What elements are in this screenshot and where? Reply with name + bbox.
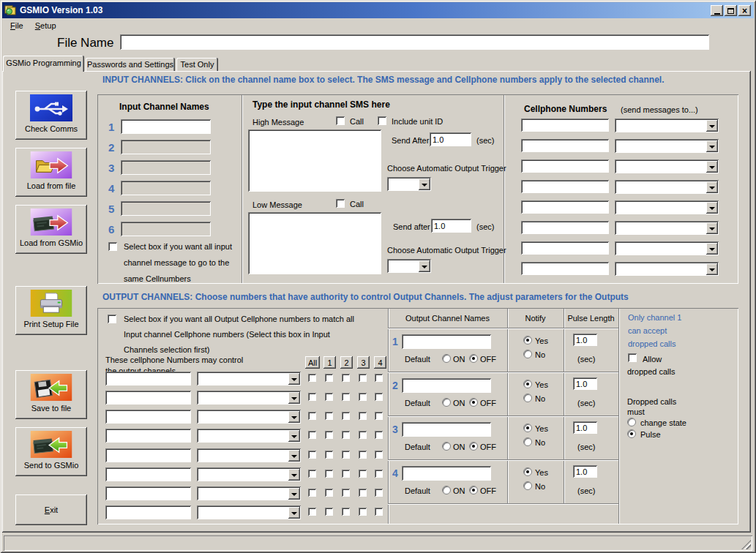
output-channel-3-name-input[interactable]	[402, 422, 492, 437]
input-channel-4-name-input[interactable]	[121, 181, 212, 196]
default-off-radio-1[interactable]	[469, 354, 478, 363]
cellphone-number-input-4[interactable]	[521, 180, 610, 194]
pulse-length-input-1[interactable]	[573, 334, 598, 347]
chevron-down-icon[interactable]	[288, 488, 300, 500]
change-state-radio[interactable]	[627, 418, 636, 426]
authority-checkbox-r1-c1[interactable]	[325, 374, 334, 383]
print-setup-file-button[interactable]: Print Setup File	[15, 286, 87, 335]
notify-yes-radio-4[interactable]	[523, 467, 532, 476]
authority-checkbox-r6-c2[interactable]	[342, 470, 351, 478]
authority-checkbox-r7-all[interactable]	[308, 489, 317, 497]
authority-checkbox-r6-all[interactable]	[308, 470, 317, 478]
exit-button[interactable]: Exit	[15, 494, 87, 525]
send-messages-to-select-3[interactable]	[615, 159, 719, 174]
control-number-input-5[interactable]	[105, 448, 192, 463]
authority-checkbox-r4-c4[interactable]	[375, 431, 383, 440]
send-to-gsmio-button[interactable]: Send to GSMio	[15, 427, 87, 476]
high-trigger-select[interactable]	[387, 177, 432, 192]
authority-checkbox-r8-c3[interactable]	[359, 508, 367, 516]
send-messages-to-select-6[interactable]	[615, 221, 719, 236]
authority-checkbox-r7-c1[interactable]	[325, 489, 334, 497]
low-message-textarea[interactable]	[248, 212, 382, 275]
authority-checkbox-r2-c1[interactable]	[325, 393, 334, 402]
output-channel-2-name-input[interactable]	[402, 378, 492, 394]
chevron-down-icon[interactable]	[419, 260, 430, 272]
authority-checkbox-r1-c3[interactable]	[359, 374, 367, 383]
notify-yes-radio-2[interactable]	[523, 380, 532, 388]
default-on-radio-3[interactable]	[442, 442, 451, 451]
allow-dropped-calls-checkbox[interactable]	[628, 353, 637, 363]
output-channel-1-name-input[interactable]	[402, 334, 492, 350]
include-unit-id-checkbox[interactable]	[378, 116, 387, 126]
chevron-down-icon[interactable]	[706, 120, 718, 132]
select-all-column-button[interactable]: All	[305, 356, 320, 369]
input-channel-3-name-input[interactable]	[121, 160, 212, 176]
control-number-input-3[interactable]	[105, 410, 192, 424]
authority-checkbox-r1-all[interactable]	[308, 374, 317, 383]
output-channel-4-name-input[interactable]	[402, 466, 492, 481]
cellphone-number-input-5[interactable]	[521, 200, 610, 214]
chevron-down-icon[interactable]	[288, 373, 300, 385]
notify-yes-radio-3[interactable]	[523, 424, 532, 432]
control-number-input-8[interactable]	[105, 505, 192, 520]
authority-checkbox-r8-c2[interactable]	[342, 508, 351, 516]
cellphone-number-input-2[interactable]	[521, 139, 610, 153]
chevron-down-icon[interactable]	[706, 222, 718, 234]
save-to-file-button[interactable]: Save to file	[15, 370, 87, 419]
minimize-button[interactable]	[711, 5, 723, 16]
pulse-length-input-3[interactable]	[573, 421, 598, 434]
control-number-input-4[interactable]	[105, 429, 192, 443]
chevron-down-icon[interactable]	[288, 392, 300, 404]
authority-checkbox-r3-c4[interactable]	[375, 412, 383, 421]
cellphone-number-input-1[interactable]	[521, 118, 610, 132]
pulse-radio[interactable]	[627, 429, 636, 438]
authority-checkbox-r5-c4[interactable]	[375, 451, 383, 459]
chevron-down-icon[interactable]	[706, 140, 718, 152]
chevron-down-icon[interactable]	[288, 507, 300, 519]
notify-no-radio-3[interactable]	[523, 437, 532, 446]
chevron-down-icon[interactable]	[706, 263, 718, 275]
notify-yes-radio-1[interactable]	[523, 336, 532, 345]
select-column-1-button[interactable]: 1	[323, 356, 336, 369]
control-number-input-1[interactable]	[105, 372, 192, 386]
pulse-length-input-2[interactable]	[573, 377, 598, 391]
send-messages-to-select-2[interactable]	[615, 139, 719, 154]
control-number-input-7[interactable]	[105, 486, 192, 501]
send-messages-to-select-4[interactable]	[615, 180, 719, 195]
chevron-down-icon[interactable]	[419, 178, 430, 190]
same-cellnumbers-checkbox[interactable]	[108, 242, 118, 252]
chevron-down-icon[interactable]	[706, 243, 718, 255]
cellphone-number-input-7[interactable]	[521, 241, 610, 255]
high-call-checkbox[interactable]	[336, 116, 345, 126]
low-trigger-select[interactable]	[387, 259, 432, 274]
authority-checkbox-r3-all[interactable]	[308, 412, 317, 421]
notify-no-radio-4[interactable]	[523, 481, 532, 490]
authority-checkbox-r3-c2[interactable]	[342, 412, 351, 421]
chevron-down-icon[interactable]	[706, 202, 718, 214]
resize-grip[interactable]	[741, 540, 751, 549]
control-number-select-6[interactable]	[197, 467, 302, 482]
authority-checkbox-r2-c3[interactable]	[359, 393, 367, 402]
chevron-down-icon[interactable]	[706, 161, 718, 173]
authority-checkbox-r7-c2[interactable]	[342, 489, 351, 497]
close-button[interactable]: ×	[738, 5, 751, 16]
pulse-length-input-4[interactable]	[573, 465, 598, 478]
control-number-input-6[interactable]	[105, 467, 192, 482]
maximize-button[interactable]	[725, 5, 737, 16]
authority-checkbox-r2-c4[interactable]	[375, 393, 383, 402]
file-name-input[interactable]	[120, 34, 710, 50]
control-number-select-4[interactable]	[197, 429, 302, 443]
high-message-textarea[interactable]	[248, 129, 382, 192]
authority-checkbox-r6-c4[interactable]	[375, 470, 383, 478]
send-messages-to-select-5[interactable]	[615, 200, 719, 215]
authority-checkbox-r4-c3[interactable]	[359, 431, 367, 440]
select-column-3-button[interactable]: 3	[357, 356, 370, 369]
authority-checkbox-r8-c4[interactable]	[375, 508, 383, 516]
select-column-4-button[interactable]: 4	[374, 356, 386, 369]
default-off-radio-2[interactable]	[469, 398, 478, 407]
high-send-after-input[interactable]	[430, 132, 472, 147]
control-number-select-7[interactable]	[197, 486, 302, 501]
send-messages-to-select-7[interactable]	[615, 241, 719, 256]
authority-checkbox-r4-c2[interactable]	[342, 431, 351, 440]
low-send-after-input[interactable]	[431, 219, 472, 233]
